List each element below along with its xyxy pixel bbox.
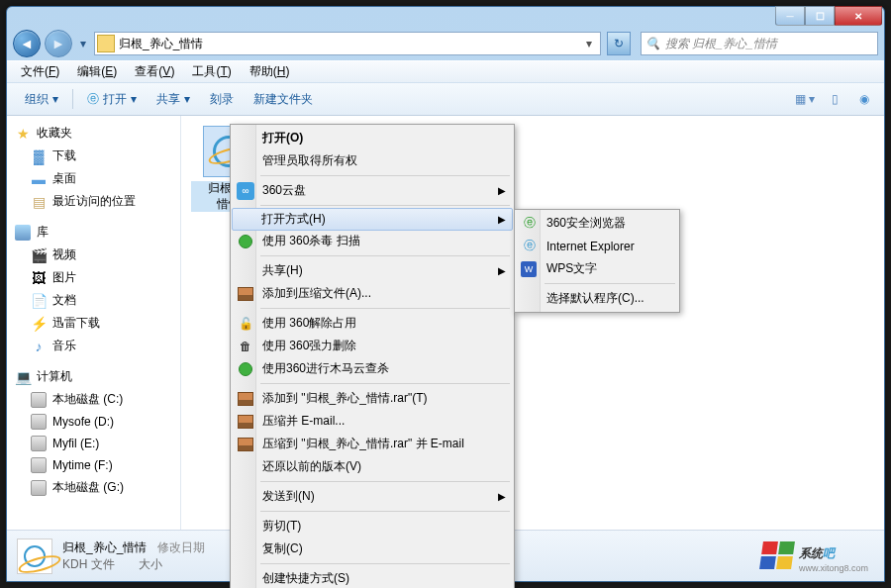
sidebar-item-music[interactable]: ♪音乐	[7, 335, 180, 357]
menu-help[interactable]: 帮助(H)	[242, 61, 298, 82]
submenu-wps[interactable]: WWPS文字	[517, 257, 677, 280]
sidebar-item-drive-c[interactable]: 本地磁盘 (C:)	[7, 388, 180, 411]
ctx-add-archive[interactable]: 添加到压缩文件(A)...	[233, 282, 512, 305]
toolbar: 组织 ▾ ⓔ 打开 ▾ 共享 ▾ 刻录 新建文件夹 ▦ ▾ ▯ ◉	[7, 82, 884, 116]
ctx-email-rar[interactable]: 压缩并 E-mail...	[233, 410, 512, 433]
document-icon: 📄	[31, 293, 47, 309]
folder-icon	[97, 35, 115, 52]
ctx-360unlock[interactable]: 🔓使用 360解除占用	[233, 312, 512, 335]
status-mod-label: 修改日期	[157, 540, 205, 554]
ctx-send-to[interactable]: 发送到(N)▶	[233, 485, 512, 508]
sidebar-item-drive-g[interactable]: 本地磁盘 (G:)	[7, 476, 180, 499]
ctx-run-as-admin[interactable]: 管理员取得所有权	[233, 149, 512, 172]
search-input[interactable]: 🔍 搜索 归根_养心_惜情	[641, 32, 878, 55]
download-icon: ▓	[31, 148, 47, 164]
ctx-360scan[interactable]: 使用 360杀毒 扫描	[233, 230, 512, 252]
status-filename: 归根_养心_惜情	[62, 540, 147, 554]
ctx-360forcedel[interactable]: 🗑使用 360强力删除	[233, 335, 512, 357]
unlock-icon: 🔓	[237, 315, 254, 333]
computer-header[interactable]: 💻计算机	[7, 365, 180, 388]
menubar: 文件(F) 编辑(E) 查看(V) 工具(T) 帮助(H)	[7, 60, 884, 82]
drive-icon	[31, 392, 47, 408]
help-icon[interactable]: ◉	[852, 88, 876, 110]
windows-flag-icon	[759, 541, 795, 569]
organize-button[interactable]: 组织 ▾	[15, 87, 68, 112]
search-placeholder: 搜索 归根_养心_惜情	[665, 36, 777, 52]
titlebar[interactable]: ─ ☐ ✕	[7, 7, 884, 27]
forward-button[interactable]: ►	[45, 30, 72, 57]
sidebar-item-thunder[interactable]: ⚡迅雷下载	[7, 312, 180, 335]
burn-button[interactable]: 刻录	[200, 87, 244, 112]
ctx-360cloud[interactable]: ∞360云盘▶	[233, 179, 512, 202]
maximize-button[interactable]: ☐	[805, 6, 835, 26]
favorites-header[interactable]: ★收藏夹	[7, 122, 180, 145]
submenu-ie[interactable]: ⓔInternet Explorer	[517, 235, 677, 257]
thunder-icon: ⚡	[31, 316, 47, 332]
ctx-open[interactable]: 打开(O)	[233, 127, 512, 149]
back-button[interactable]: ◄	[13, 30, 41, 57]
submenu-360browser[interactable]: ⓔ360安全浏览器	[517, 212, 677, 235]
view-options-icon[interactable]: ▦ ▾	[793, 88, 817, 110]
navigation-row: ◄ ► ▾ 归根_养心_惜情 ▾ ↻ 🔍 搜索 归根_养心_惜情	[7, 27, 884, 60]
refresh-button[interactable]: ↻	[607, 32, 631, 55]
menu-edit[interactable]: 编辑(E)	[69, 61, 125, 82]
open-with-submenu: ⓔ360安全浏览器 ⓔInternet Explorer WWPS文字 选择默认…	[514, 209, 680, 313]
navigation-pane[interactable]: ★收藏夹 ▓下载 ▬桌面 ▤最近访问的位置 库 🎬视频 🖼图片 📄文档 ⚡迅雷下…	[7, 116, 181, 557]
drive-icon	[31, 414, 47, 430]
chevron-right-icon: ▶	[498, 185, 506, 196]
ctx-open-with[interactable]: 打开方式(H)▶	[232, 208, 513, 231]
ctx-add-rar[interactable]: 添加到 "归根_养心_惜情.rar"(T)	[233, 387, 512, 410]
ctx-share[interactable]: 共享(H)▶	[233, 259, 512, 282]
sidebar-item-pictures[interactable]: 🖼图片	[7, 266, 180, 289]
submenu-choose-default[interactable]: 选择默认程序(C)...	[517, 287, 677, 310]
search-icon: 🔍	[645, 37, 661, 50]
share-button[interactable]: 共享 ▾	[147, 87, 200, 112]
ctx-360trojan[interactable]: 使用360进行木马云查杀	[233, 357, 512, 380]
desktop-icon: ▬	[31, 171, 47, 187]
wps-icon: W	[521, 261, 537, 277]
sidebar-item-documents[interactable]: 📄文档	[7, 289, 180, 312]
status-size-label: 大小	[139, 557, 162, 571]
close-button[interactable]: ✕	[835, 6, 882, 26]
nav-history-dropdown[interactable]: ▾	[76, 34, 90, 53]
ctx-cut[interactable]: 剪切(T)	[233, 515, 512, 538]
sidebar-item-desktop[interactable]: ▬桌面	[7, 167, 180, 190]
ctx-email-rar-named[interactable]: 压缩到 "归根_养心_惜情.rar" 并 E-mail	[233, 433, 512, 455]
menu-tools[interactable]: 工具(T)	[184, 61, 239, 82]
open-button[interactable]: ⓔ 打开 ▾	[77, 87, 147, 112]
watermark: 系统吧 www.xitong8.com	[761, 538, 868, 573]
browser360-icon: ⓔ	[521, 215, 539, 233]
sidebar-item-drive-f[interactable]: Mytime (F:)	[7, 454, 180, 476]
sidebar-item-drive-d[interactable]: Mysofe (D:)	[7, 411, 180, 433]
sidebar-item-recent[interactable]: ▤最近访问的位置	[7, 190, 180, 213]
preview-pane-icon[interactable]: ▯	[823, 88, 846, 110]
delete-icon: 🗑	[237, 338, 254, 355]
star-icon: ★	[15, 126, 31, 142]
cloud-icon: ∞	[237, 182, 254, 200]
ctx-restore[interactable]: 还原以前的版本(V)	[233, 455, 512, 478]
ctx-shortcut[interactable]: 创建快捷方式(S)	[233, 567, 512, 588]
music-icon: ♪	[31, 339, 47, 354]
drive-icon	[31, 457, 47, 473]
minimize-button[interactable]: ─	[775, 6, 805, 26]
menu-file[interactable]: 文件(F)	[13, 61, 67, 82]
shield-icon	[239, 235, 252, 248]
new-folder-button[interactable]: 新建文件夹	[244, 87, 323, 112]
ctx-copy[interactable]: 复制(C)	[233, 538, 512, 560]
libraries-header[interactable]: 库	[7, 221, 180, 244]
shield-icon	[239, 362, 252, 376]
rar-icon	[238, 438, 253, 451]
ie-icon: ⓔ	[521, 238, 539, 255]
explorer-window: ─ ☐ ✕ ◄ ► ▾ 归根_养心_惜情 ▾ ↻ 🔍 搜索 归根_养心_惜情 文…	[6, 6, 885, 582]
address-bar[interactable]: 归根_养心_惜情 ▾	[94, 32, 601, 55]
menu-view[interactable]: 查看(V)	[127, 61, 182, 82]
chevron-right-icon: ▶	[498, 265, 506, 276]
sidebar-item-videos[interactable]: 🎬视频	[7, 244, 180, 266]
status-file-icon	[17, 539, 52, 574]
library-icon	[15, 225, 31, 241]
address-dropdown[interactable]: ▾	[580, 37, 598, 50]
recent-icon: ▤	[31, 194, 47, 210]
sidebar-item-downloads[interactable]: ▓下载	[7, 145, 180, 167]
sidebar-item-drive-e[interactable]: Myfil (E:)	[7, 433, 180, 454]
context-menu: 打开(O) 管理员取得所有权 ∞360云盘▶ 打开方式(H)▶ 使用 360杀毒…	[230, 124, 515, 588]
